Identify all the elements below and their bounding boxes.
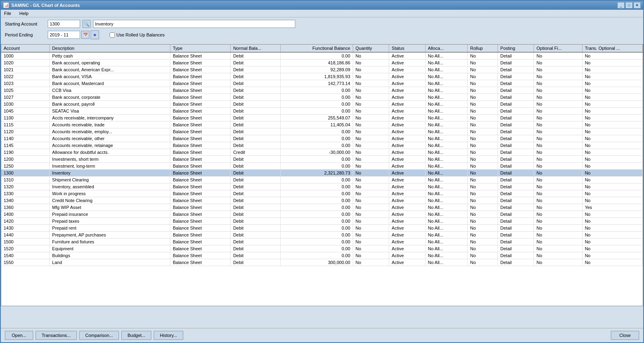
cell-status: Active [389,156,426,163]
cell-trans: No [582,52,642,60]
close-window-button[interactable]: ✕ [633,2,641,9]
transactions-button[interactable]: Transactions... [36,331,77,340]
cell-description: Land [49,259,170,266]
cell-account: 1022 [1,73,49,80]
title-bar: 📊 SAMINC - G/L Chart of Accounts _ □ ✕ [1,1,643,10]
table-row[interactable]: 1100Accts receivable, intercompanyBalanc… [1,115,643,121]
table-row[interactable]: 1400Prepaid insuranceBalance SheetDebit0… [1,211,643,218]
table-row[interactable]: 1440Prepayment, AP purchasesBalance Shee… [1,232,643,239]
cell-trans: No [582,218,642,225]
cell-account: 1021 [1,66,49,73]
table-row[interactable]: 1420Prepaid taxesBalance SheetDebit0.00N… [1,218,643,225]
cell-description: Investments, short term [49,156,170,163]
table-row[interactable]: 1320Inventory, assembledBalance SheetDeb… [1,183,643,190]
cell-trans: No [582,142,642,149]
table-row[interactable]: 1300InventoryBalance SheetDebit2,321,280… [1,170,643,177]
cell-functional: 0.00 [280,52,353,60]
cell-quantity: No [353,239,389,245]
table-row[interactable]: 1023Bank account, MastercardBalance Shee… [1,80,643,87]
open-button[interactable]: Open... [5,331,33,340]
table-row[interactable]: 1310Shipment ClearingBalance SheetDebit0… [1,177,643,183]
cell-alloca: No All... [425,218,467,225]
cell-optional: No [534,115,582,121]
table-row[interactable]: 1540BuildingsBalance SheetDebit0.00NoAct… [1,252,643,259]
cell-normal: Debit [231,101,280,108]
menu-help[interactable]: Help [18,11,30,16]
col-header-posting: Posting [498,45,534,52]
table-row[interactable]: 1030Bank account, payrollBalance SheetDe… [1,101,643,108]
description-input[interactable] [93,20,295,28]
table-row[interactable]: 1520EquipmentBalance SheetDebit0.00NoAct… [1,245,643,252]
cell-rollup: No [468,190,498,197]
maximize-button[interactable]: □ [625,2,633,9]
table-row[interactable]: 1500Furniture and fixturesBalance SheetD… [1,239,643,245]
cell-optional: No [534,163,582,170]
starting-account-input[interactable] [48,20,80,28]
history-button[interactable]: History... [154,331,183,340]
table-row[interactable]: 1200Investments, short termBalance Sheet… [1,156,643,163]
cell-functional: -30,000.00 [280,149,353,156]
cell-status: Active [389,94,426,101]
table-row[interactable]: 1022Bank account, VISABalance SheetDebit… [1,73,643,80]
navigate-button[interactable]: » [91,30,99,39]
cell-quantity: No [353,149,389,156]
cell-posting: Detail [498,80,534,87]
cell-alloca: No All... [425,60,467,66]
table-row[interactable]: 1120Accounts receivable, employ...Balanc… [1,128,643,135]
table-row[interactable]: 1330Work in progressBalance SheetDebit0.… [1,190,643,197]
budget-button[interactable]: Budget... [121,331,151,340]
cell-description: Credit Note Clearing [49,197,170,204]
cell-normal: Debit [231,170,280,177]
table-row[interactable]: 1190Allowance for doubtful accts.Balance… [1,149,643,156]
cell-posting: Detail [498,259,534,266]
table-row[interactable]: 1021Bank account, American Expr...Balanc… [1,66,643,73]
cell-functional: 0.00 [280,183,353,190]
table-row[interactable]: 1045SEATAC VisaBalance SheetDebit0.00NoA… [1,108,643,115]
use-rolled-up-balances-checkbox[interactable] [110,32,115,38]
cell-type: Balance Sheet [170,252,231,259]
cell-optional: No [534,218,582,225]
cell-quantity: No [353,128,389,135]
comparison-button[interactable]: Comparison... [79,331,119,340]
cell-optional: No [534,87,582,94]
table-row[interactable]: 1360Mfg WIP AssetBalance SheetDebit0.00N… [1,204,643,211]
table-container[interactable]: Account Description Type Normal Bala... … [1,44,643,306]
cell-posting: Detail [498,252,534,259]
menu-file[interactable]: File [2,11,13,16]
cell-account: 1145 [1,142,49,149]
period-ending-input[interactable] [48,31,80,39]
cell-rollup: No [468,259,498,266]
cell-description: Bank account, corporate [49,94,170,101]
cell-description: Prepaid insurance [49,211,170,218]
cell-account: 1340 [1,197,49,204]
cell-trans: No [582,252,642,259]
table-row[interactable]: 1000Petty cashBalance SheetDebit0.00NoAc… [1,52,643,60]
cell-description: Prepaid taxes [49,218,170,225]
table-row[interactable]: 1340Credit Note ClearingBalance SheetDeb… [1,197,643,204]
period-input-group: 📅 » [48,30,99,39]
cell-functional: 0.00 [280,108,353,115]
search-button[interactable]: 🔍 [83,20,91,28]
cell-optional: No [534,245,582,252]
cell-account: 1025 [1,87,49,94]
table-row[interactable]: 1145Accounts receivable, retainageBalanc… [1,142,643,149]
table-row[interactable]: 1250Investment, long-termBalance SheetDe… [1,163,643,170]
table-row[interactable]: 1430Prepaid rentBalance SheetDebit0.00No… [1,225,643,232]
table-row[interactable]: 1115Accounts receivable, tradeBalance Sh… [1,121,643,128]
table-row[interactable]: 1020Bank account, operatingBalance Sheet… [1,60,643,66]
cell-description: Accounts receivable, trade [49,121,170,128]
cell-status: Active [389,225,426,232]
calendar-button[interactable]: 📅 [81,31,89,39]
menu-bar: File Help [1,10,643,17]
cell-account: 1115 [1,121,49,128]
table-row[interactable]: 1550LandBalance SheetDebit300,000.00NoAc… [1,259,643,266]
table-row[interactable]: 1025CCB VisaBalance SheetDebit0.00NoActi… [1,87,643,94]
table-row[interactable]: 1140Accounts receivable, otherBalance Sh… [1,135,643,142]
close-button[interactable]: Close [611,331,639,340]
cell-normal: Debit [231,225,280,232]
cell-type: Balance Sheet [170,135,231,142]
minimize-button[interactable]: _ [617,2,625,9]
table-row[interactable]: 1027Bank account, corporateBalance Sheet… [1,94,643,101]
cell-description: Accts receivable, intercompany [49,115,170,121]
cell-rollup: No [468,108,498,115]
